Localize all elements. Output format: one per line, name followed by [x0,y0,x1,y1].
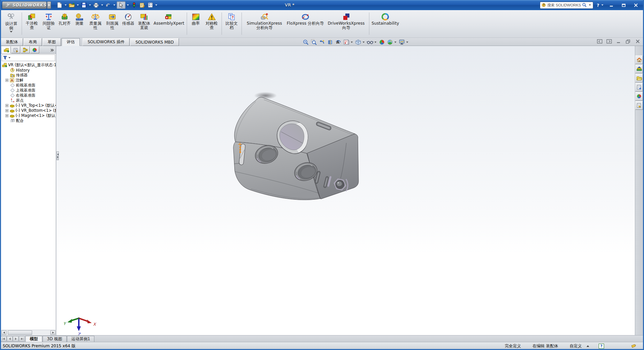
panel-tabs-overflow[interactable] [50,48,55,53]
floxpress-button[interactable]: FloXpress 分析向导 [286,11,325,26]
view-orientation-button[interactable] [343,39,350,46]
assemblyxpert-button[interactable]: AssemblyXpert [153,11,185,26]
tab-solidworks-addins[interactable]: SOLIDWORKS 插件 [83,38,130,46]
tree-filter-bar[interactable] [2,54,55,61]
solidworks-resources-tab[interactable] [635,55,643,64]
feature-manager-tab[interactable] [2,46,11,53]
doc-close-button[interactable] [635,39,641,44]
search-input[interactable] [547,3,581,7]
measure-button[interactable]: 测量 [72,11,87,26]
display-manager-tab[interactable] [30,46,39,53]
doc-restore-button[interactable] [625,39,631,44]
tree-item-right-plane[interactable]: 右视基准面 [5,93,56,98]
undo-button[interactable] [105,1,112,9]
assembly-visualization-button[interactable]: 装配体直观 [136,11,153,30]
view-settings-dropdown-arrow[interactable] [406,42,409,43]
tree-item-assembly-root[interactable]: VR (默认<默认_显示状态-1>) [2,62,56,68]
new-dropdown-arrow[interactable] [64,1,67,9]
tree-item-annotations[interactable]: A 注解 [5,78,56,83]
undo-dropdown-arrow[interactable] [113,1,116,9]
search-icon[interactable] [582,3,587,7]
close-button[interactable] [631,2,641,8]
print-button[interactable] [92,1,100,9]
toolbar-mode-status[interactable]: 自定义 [570,343,582,349]
minimize-button[interactable] [607,2,616,8]
save-dropdown-arrow[interactable] [88,1,92,9]
model-tab[interactable]: 模型 [25,336,42,342]
tree-item-origin[interactable]: 原点 [5,98,56,103]
previous-view-button[interactable] [318,39,325,46]
model-canvas[interactable]: X Y Z [56,46,635,335]
tree-item-top-plane[interactable]: 上视基准面 [5,88,56,93]
tree-item-front-plane[interactable]: 前视基准面 [5,83,56,88]
tree-item-history[interactable]: History [5,68,56,73]
zoom-to-area-button[interactable] [310,39,317,46]
select-button[interactable] [117,1,125,9]
help-menu[interactable]: ? [596,1,604,9]
tab-solidworks-mbd[interactable]: SOLIDWORKS MBD [130,38,179,46]
scroll-right-arrow[interactable] [50,330,55,335]
tab-assembly[interactable]: 装配体 [1,38,23,46]
tab-layout[interactable]: 布局 [24,38,42,46]
display-style-dropdown-arrow[interactable] [363,42,365,43]
collapse-pane-left-button[interactable] [597,39,603,44]
edit-appearance-button[interactable] [378,39,385,46]
sensors-button[interactable]: 传感器 [121,11,136,26]
tree-item-sensors[interactable]: 传感器 [5,73,56,78]
clearance-verification-button[interactable]: 间隙验证 [40,11,57,30]
save-button[interactable] [80,1,88,9]
help-search-box[interactable]: ? [540,2,593,9]
restore-button[interactable] [619,2,628,8]
view-settings-button[interactable] [398,39,405,46]
configuration-manager-tab[interactable] [21,46,30,53]
apply-scene-dropdown-arrow[interactable] [394,42,397,43]
quick-tips-button[interactable]: ? [599,344,604,349]
motion-study-tab[interactable]: 运动算例1 [67,336,95,342]
curvature-button[interactable]: 曲率 [188,11,203,26]
tree-item-vr-top[interactable]: (-) VR_Top<1> (默认<<默 [5,103,56,108]
design-study-button[interactable]: 设计算例 [2,11,20,36]
appearances-scenes-tab[interactable] [635,92,643,101]
options-button[interactable] [146,1,154,9]
section-view-button[interactable] [326,39,334,46]
property-manager-tab[interactable] [11,46,20,53]
tree-item-vr-bottom[interactable]: (-) VR_Bottom<1> (默认< [5,108,56,113]
zoom-to-fit-button[interactable] [302,39,309,46]
annotation-view-button[interactable]: A [335,39,342,46]
view-palette-tab[interactable] [635,83,643,92]
design-study-dropdown-arrow[interactable] [10,31,13,32]
driveworksxpress-button[interactable]: DriveWorksXpress 向导 [325,11,368,30]
menu-expand-arrow[interactable] [47,1,51,9]
tab-evaluate[interactable]: 评估 [62,38,80,46]
select-dropdown-arrow[interactable] [126,1,130,9]
section-properties-button[interactable]: 剖面属性 [104,11,121,30]
open-button[interactable] [68,1,75,9]
scroll-next-tab-button[interactable] [13,336,19,342]
hide-show-dropdown-arrow[interactable] [374,42,377,43]
scroll-last-tab-button[interactable] [19,336,25,342]
panel-splitter-handle[interactable] [56,151,59,160]
tab-sketch[interactable]: 草图 [43,38,61,46]
apply-scene-button[interactable] [386,39,393,46]
open-dropdown-arrow[interactable] [76,1,79,9]
hole-alignment-button[interactable]: 孔对齐 [57,11,72,26]
scrollbar-thumb[interactable] [8,330,32,335]
expand-icon[interactable] [5,109,8,112]
view-orientation-dropdown-arrow[interactable] [351,42,353,43]
mass-properties-button[interactable]: 质量属性 [87,11,104,30]
file-explorer-tab[interactable] [635,74,643,82]
sustainability-button[interactable]: Sustainability [371,11,400,26]
status-dropdown-caret[interactable] [586,345,589,347]
search-dropdown-arrow[interactable] [588,1,592,9]
options-dropdown-arrow[interactable] [155,1,158,9]
tree-item-magnet[interactable]: (-) Magnet<1> (默认<<默 [5,113,56,118]
compare-documents-button[interactable]: ? 比较文档 [223,11,240,30]
3d-views-tab[interactable]: 3D 视图 [43,336,67,342]
scroll-prev-tab-button[interactable] [7,336,13,342]
expand-icon[interactable] [5,114,8,117]
interference-check-button[interactable]: 干涉检查 [23,11,40,30]
tree-horizontal-scrollbar[interactable] [1,330,55,335]
display-style-button[interactable] [354,39,362,46]
rebuild-button[interactable] [130,1,138,9]
solidworks-logo[interactable]: SOLIDWORKS [2,1,47,9]
